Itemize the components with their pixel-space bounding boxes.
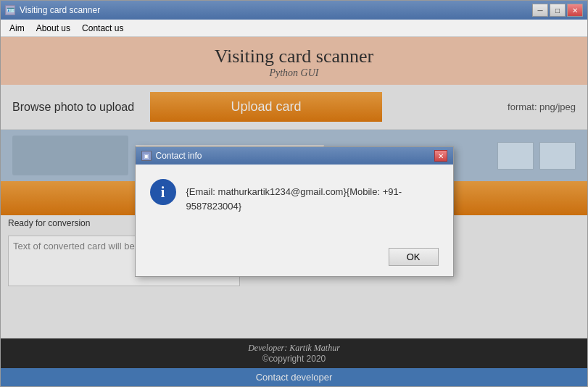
app-icon: 🪪 <box>5 5 15 15</box>
minimize-button[interactable]: ─ <box>532 4 548 17</box>
menu-contact-us[interactable]: Contact us <box>76 22 129 35</box>
maximize-button[interactable]: □ <box>550 4 566 17</box>
modal-message: {Email: mathurkartik1234@gmail.com}{Mobi… <box>186 179 439 213</box>
modal-title-bar: ▣ Contact info ✕ <box>136 147 453 165</box>
info-icon: i <box>150 179 176 205</box>
window-title: Visiting card scanner <box>20 5 100 15</box>
menu-about-us[interactable]: About us <box>30 22 76 35</box>
window-controls: ─ □ ✕ <box>532 4 583 17</box>
modal-footer: OK <box>136 241 453 276</box>
menu-aim[interactable]: Aim <box>4 22 30 35</box>
title-bar: 🪪 Visiting card scanner ─ □ ✕ <box>1 1 587 20</box>
modal-title: Contact info <box>156 151 202 161</box>
close-button[interactable]: ✕ <box>567 4 583 17</box>
modal-icon: ▣ <box>141 151 152 161</box>
modal-body: i {Email: mathurkartik1234@gmail.com}{Mo… <box>136 165 453 241</box>
contact-info-modal: ▣ Contact info ✕ i {Email: mathurkartik1… <box>135 146 454 277</box>
menu-bar: Aim About us Contact us <box>1 20 587 37</box>
modal-ok-button[interactable]: OK <box>389 248 439 266</box>
content-wrapper: Visiting card scanner Python GUI Browse … <box>1 37 587 386</box>
modal-title-left: ▣ Contact info <box>141 151 202 161</box>
main-window: 🪪 Visiting card scanner ─ □ ✕ Aim About … <box>0 0 588 387</box>
modal-overlay: ▣ Contact info ✕ i {Email: mathurkartik1… <box>1 37 587 386</box>
title-bar-left: 🪪 Visiting card scanner <box>5 5 100 15</box>
modal-close-button[interactable]: ✕ <box>434 150 447 162</box>
